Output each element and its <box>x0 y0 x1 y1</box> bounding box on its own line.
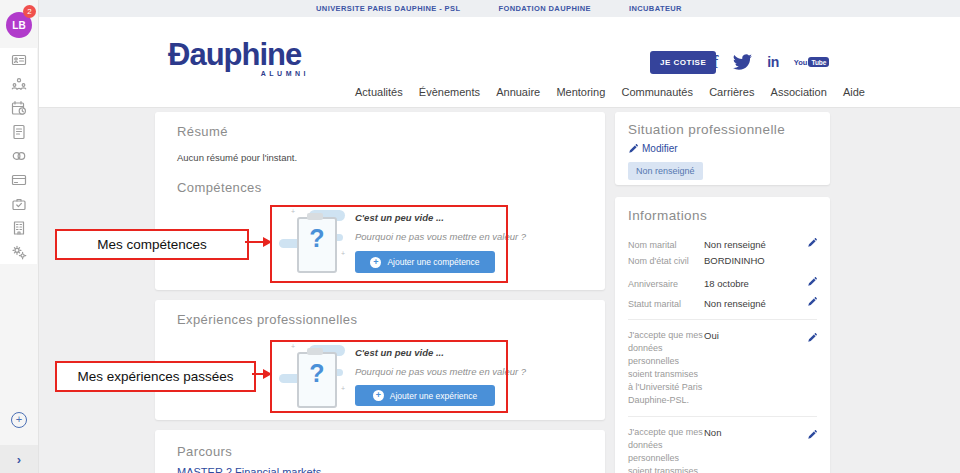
situation-title: Situation professionnelle <box>628 122 817 137</box>
parcours-degree-link[interactable]: MASTER 2 Financial markets <box>177 466 583 473</box>
plus-icon: + <box>373 390 384 401</box>
topbar-link-0[interactable]: UNIVERSITE PARIS DAUPHINE - PSL <box>316 4 460 13</box>
resume-card: Résumé Aucun résumé pour l'instant. Comp… <box>155 112 605 290</box>
notification-badge: 2 <box>23 5 36 18</box>
page: UNIVERSITE PARIS DAUPHINE - PSLFONDATION… <box>0 0 960 473</box>
info-row-3: Statut maritalNon renseigné <box>628 293 817 313</box>
sidebar: LB 2 + › <box>0 0 39 473</box>
logo-wordmark: Ðauphine <box>168 39 313 70</box>
nav-item-7[interactable]: Aide <box>843 86 865 98</box>
nav-item-4[interactable]: Communautés <box>621 86 693 98</box>
sidebar-item-rings[interactable] <box>0 144 37 168</box>
informations-title: Informations <box>628 208 817 223</box>
edit-pencil-button[interactable] <box>805 329 817 347</box>
competences-title: Compétences <box>177 180 262 195</box>
briefcase-check-icon <box>11 196 27 212</box>
info-row-1: Nom d'état civilBORDININHO <box>628 254 817 274</box>
sidebar-item-gears[interactable] <box>0 240 37 264</box>
topbar-link-2[interactable]: INCUBATEUR <box>629 4 682 13</box>
annotation-label-experiences: Mes expériences passées <box>55 361 256 392</box>
info-value: Non renseigné <box>704 238 805 251</box>
resume-title: Résumé <box>177 124 228 139</box>
parcours-title: Parcours <box>177 444 583 459</box>
info-label: Nom d'état civil <box>628 255 704 268</box>
sidebar-footer: › <box>0 445 38 473</box>
status-badge: Non renseigné <box>628 162 703 180</box>
nav-item-1[interactable]: Évènements <box>419 86 480 98</box>
dauphine-alumni-logo[interactable]: Ðauphine ALUMNI <box>168 39 313 77</box>
question-mark: ? <box>297 224 337 253</box>
empty-state-line1: C'est un peu vide ... <box>355 212 444 223</box>
empty-state-line2: Pourquoi ne pas vous mettre en valeur ? <box>355 231 526 242</box>
info-value: 18 octobre <box>704 277 805 290</box>
sidebar-item-document[interactable] <box>0 120 37 144</box>
sidebar-item-id-card[interactable] <box>0 48 37 72</box>
pencil-icon <box>807 430 817 440</box>
id-card-icon <box>11 52 27 68</box>
add-circle-icon[interactable]: + <box>11 412 27 428</box>
pencil-icon <box>807 238 817 248</box>
situation-card: Situation professionnelle Modifier Non r… <box>615 112 830 185</box>
pencil-icon <box>807 333 817 343</box>
info-value: Non <box>704 426 805 439</box>
add-competence-button[interactable]: + Ajouter une compétence <box>355 251 495 273</box>
topbar-link-1[interactable]: FONDATION DAUPHINE <box>498 4 590 13</box>
main-nav: ActualitésÉvènementsAnnuaireMentoringCom… <box>355 86 865 98</box>
empty-clipboard-illustration: + + ? <box>283 210 347 276</box>
info-label: Statut marital <box>628 298 704 311</box>
resume-empty-text: Aucun résumé pour l'instant. <box>177 152 297 163</box>
empty-clipboard-illustration: + + ? <box>283 345 347 411</box>
edit-pencil-button[interactable] <box>805 234 817 252</box>
informations-card: Informations Nom maritalNon renseignéNom… <box>615 197 830 473</box>
experiences-title: Expériences professionnelles <box>177 312 357 327</box>
people-network-icon <box>11 76 27 92</box>
pencil-icon <box>807 277 817 287</box>
parcours-card: Parcours MASTER 2 Financial markets <box>155 430 605 473</box>
info-label: J'accepte que mes données personnelles s… <box>628 329 704 407</box>
info-label: J'accepte que mes données personnelles s… <box>628 426 704 473</box>
youtube-icon[interactable]: You Tube <box>794 57 830 67</box>
edit-pencil-button[interactable] <box>805 273 817 291</box>
info-row-4: J'accepte que mes données personnelles s… <box>628 319 817 409</box>
credit-card-icon <box>11 172 27 188</box>
edit-pencil-button[interactable] <box>805 293 817 311</box>
chevron-right-icon[interactable]: › <box>17 452 21 467</box>
info-label: Nom marital <box>628 239 704 252</box>
pencil-icon <box>807 297 817 307</box>
info-row-0: Nom maritalNon renseigné <box>628 234 817 254</box>
sidebar-item-calendar-clock[interactable] <box>0 96 37 120</box>
linkedin-icon[interactable]: in <box>767 54 778 70</box>
sidebar-item-credit-card[interactable] <box>0 168 37 192</box>
empty-state-line2: Pourquoi ne pas vous mettre en valeur ? <box>355 366 526 377</box>
annotation-arrowhead-competences <box>263 237 272 247</box>
info-label: Anniversaire <box>628 278 704 291</box>
add-experience-button[interactable]: + Ajouter une expérience <box>355 385 495 406</box>
info-value: Non renseigné <box>704 297 805 310</box>
nav-item-0[interactable]: Actualités <box>355 86 403 98</box>
modify-link[interactable]: Modifier <box>628 143 817 154</box>
info-row-2: Anniversaire18 octobre <box>628 273 817 293</box>
building-icon <box>11 220 27 236</box>
experiences-card: Expériences professionnelles + + ? C'est… <box>155 300 605 420</box>
info-value: Oui <box>704 329 805 342</box>
sidebar-item-building[interactable] <box>0 216 37 240</box>
annotation-label-competences: Mes compétences <box>55 229 249 260</box>
sidebar-item-briefcase-check[interactable] <box>0 192 37 216</box>
document-icon <box>11 124 27 140</box>
edit-pencil-button[interactable] <box>805 426 817 444</box>
annotation-arrowhead-experiences <box>263 369 272 379</box>
nav-item-5[interactable]: Carrières <box>709 86 754 98</box>
rings-icon <box>11 148 27 164</box>
nav-item-2[interactable]: Annuaire <box>496 86 540 98</box>
question-mark: ? <box>297 359 337 388</box>
topbar: UNIVERSITE PARIS DAUPHINE - PSLFONDATION… <box>38 0 960 17</box>
annotation-arrow-competences <box>245 241 264 243</box>
facebook-icon[interactable]: f <box>712 51 718 73</box>
nav-item-3[interactable]: Mentoring <box>556 86 605 98</box>
twitter-icon[interactable] <box>733 54 752 70</box>
nav-item-6[interactable]: Association <box>771 86 827 98</box>
je-cotise-button[interactable]: JE COTISE <box>650 51 716 74</box>
pencil-icon <box>628 144 638 154</box>
sidebar-item-people-network[interactable] <box>0 72 37 96</box>
header: Ðauphine ALUMNI JE COTISE f in You Tube … <box>38 17 960 108</box>
